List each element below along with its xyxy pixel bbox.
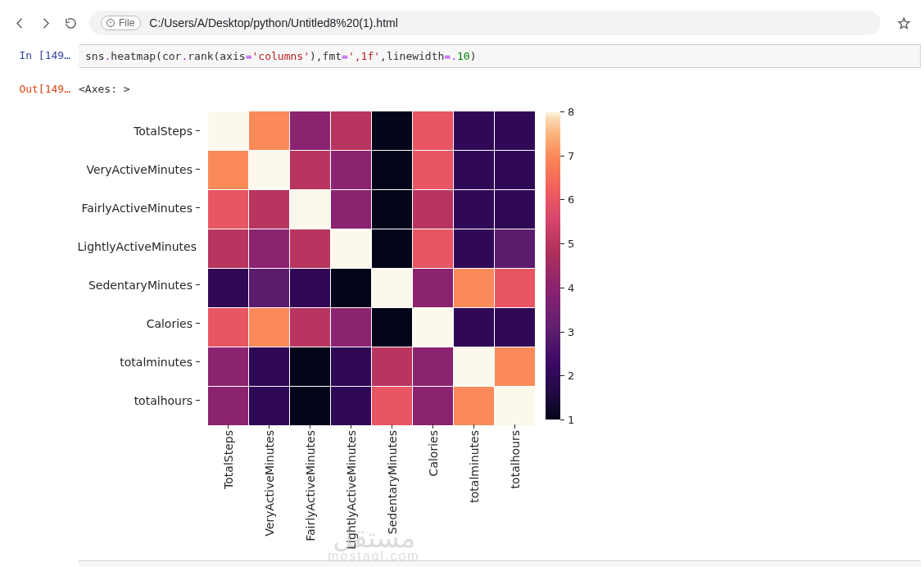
heatmap-cell	[249, 308, 289, 347]
colorbar-tick: 1	[560, 414, 574, 426]
heatmap-grid	[208, 111, 535, 425]
heatmap-cell	[290, 308, 330, 347]
heatmap-cell	[249, 229, 289, 268]
heatmap-cell	[372, 387, 412, 425]
heatmap-cell	[249, 151, 289, 189]
address-bar[interactable]: File C:/Users/A/Desktop/python/Untitled8…	[89, 11, 881, 35]
heatmap-cell	[290, 229, 330, 268]
colorbar-tick: 8	[560, 106, 574, 118]
heatmap-cell	[454, 229, 494, 268]
heatmap-cell	[290, 347, 330, 386]
code-input[interactable]: sns.heatmap(cor.rank(axis='columns'),fmt…	[79, 44, 921, 68]
y-tick: FairlyActiveMinutes	[79, 188, 205, 227]
heatmap-cell	[331, 387, 371, 425]
file-chip: File	[101, 16, 141, 30]
browser-toolbar: File C:/Users/A/Desktop/python/Untitled8…	[0, 8, 924, 38]
input-cell: In [149… sns.heatmap(cor.rank(axis='colu…	[0, 38, 924, 71]
colorbar-tick: 4	[560, 282, 574, 294]
heatmap-cell	[249, 347, 289, 386]
output-text: <Axes: >	[79, 78, 130, 95]
heatmap-cell	[495, 111, 535, 150]
heatmap-cell	[372, 151, 412, 189]
heatmap-cell	[331, 269, 371, 307]
heatmap-cell	[372, 111, 412, 150]
colorbar: 12345678	[546, 111, 560, 420]
page-content: In [149… sns.heatmap(cor.rank(axis='colu…	[0, 38, 924, 567]
heatmap-cell	[372, 269, 412, 307]
heatmap-cell	[495, 308, 535, 347]
colorbar-tick: 5	[560, 238, 574, 250]
output-prompt: Out[149…	[10, 78, 79, 95]
heatmap-cell	[413, 308, 453, 347]
y-tick: totalminutes	[79, 342, 205, 381]
heatmap-cell	[208, 190, 248, 229]
heatmap-cell	[331, 111, 371, 150]
next-cell-bar	[79, 560, 921, 567]
heatmap-cell	[413, 269, 453, 307]
heatmap-cell	[495, 387, 535, 425]
heatmap-cell	[454, 151, 494, 189]
heatmap-cell	[454, 347, 494, 386]
heatmap-cell	[208, 387, 248, 425]
file-chip-label: File	[119, 17, 134, 29]
y-tick: SedentaryMinutes	[79, 265, 205, 304]
heatmap-cell	[208, 111, 248, 150]
y-tick: totalhours	[79, 381, 205, 420]
bookmark-star-icon[interactable]	[897, 16, 911, 30]
heatmap-cell	[290, 151, 330, 189]
y-axis-ticks: TotalStepsVeryActiveMinutesFairlyActiveM…	[79, 111, 205, 420]
heatmap-cell	[290, 387, 330, 425]
heatmap-cell	[454, 387, 494, 425]
heatmap-cell	[208, 151, 248, 189]
y-tick: TotalSteps	[79, 111, 205, 150]
heatmap-cell	[290, 190, 330, 229]
y-tick: VeryActiveMinutes	[79, 150, 205, 188]
heatmap-cell	[208, 308, 248, 347]
x-tick: TotalSteps	[208, 424, 248, 551]
heatmap-cell	[413, 151, 453, 189]
heatmap-cell	[290, 111, 330, 150]
heatmap-cell	[331, 229, 371, 268]
heatmap-chart: TotalStepsVeryActiveMinutesFairlyActiveM…	[79, 107, 570, 557]
heatmap-cell	[495, 190, 535, 229]
forward-button[interactable]	[38, 16, 52, 30]
heatmap-cell	[454, 190, 494, 229]
heatmap-cell	[372, 190, 412, 229]
heatmap-cell	[413, 111, 453, 150]
colorbar-tick: 2	[560, 370, 574, 382]
heatmap-cell	[208, 229, 248, 268]
heatmap-cell	[249, 387, 289, 425]
heatmap-cell	[290, 269, 330, 307]
heatmap-cell	[372, 347, 412, 386]
heatmap-cell	[331, 151, 371, 189]
nav-controls	[13, 16, 78, 30]
heatmap-cell	[495, 229, 535, 268]
heatmap-cell	[454, 308, 494, 347]
y-tick: Calories	[79, 304, 205, 342]
heatmap-cell	[413, 190, 453, 229]
input-prompt: In [149…	[10, 44, 79, 68]
back-button[interactable]	[13, 16, 27, 30]
heatmap-cell	[495, 347, 535, 386]
heatmap-cell	[208, 269, 248, 307]
heatmap-cell	[331, 190, 371, 229]
heatmap-cell	[372, 308, 412, 347]
heatmap-cell	[495, 151, 535, 189]
heatmap-cell	[249, 190, 289, 229]
heatmap-cell	[413, 387, 453, 425]
heatmap-cell	[413, 347, 453, 386]
colorbar-gradient	[546, 111, 560, 420]
x-tick: VeryActiveMinutes	[249, 424, 289, 551]
reload-button[interactable]	[64, 16, 78, 30]
output-cell: Out[149… <Axes: >	[0, 71, 924, 98]
y-tick: LightlyActiveMinutes	[79, 227, 205, 265]
heatmap-cell	[249, 269, 289, 307]
x-tick: totalminutes	[454, 424, 494, 551]
heatmap-cell	[372, 229, 412, 268]
heatmap-cell	[413, 229, 453, 268]
x-tick: totalhours	[495, 424, 535, 551]
colorbar-tick: 6	[560, 193, 574, 206]
heatmap-cell	[249, 111, 289, 150]
url-text: C:/Users/A/Desktop/python/Untitled8%20(1…	[149, 16, 397, 29]
heatmap-grid-wrap	[208, 111, 535, 425]
